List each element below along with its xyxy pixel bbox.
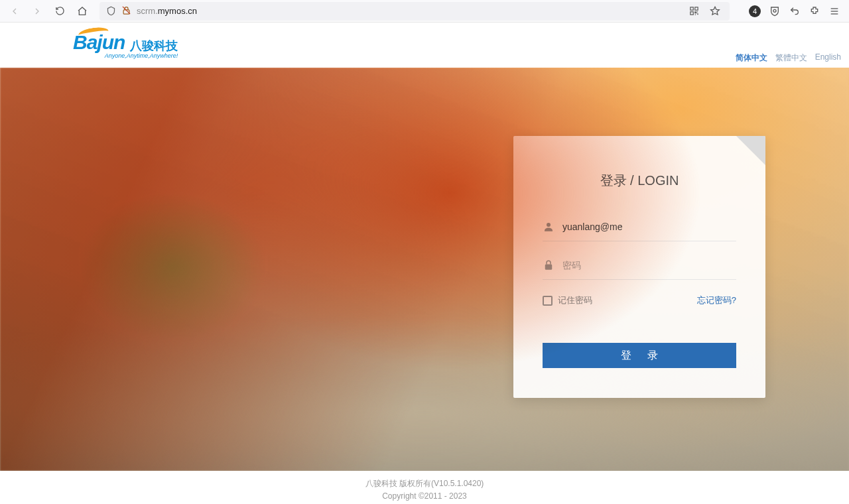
language-bar: 简体中文 繁體中文 English bbox=[736, 52, 841, 64]
lock-strikethrough-icon bbox=[121, 5, 131, 17]
svg-rect-4 bbox=[690, 12, 692, 15]
svg-rect-3 bbox=[694, 7, 697, 10]
forward-button[interactable] bbox=[28, 2, 46, 21]
address-bar[interactable]: scrm.mymos.cn bbox=[99, 2, 730, 21]
back-arrow-icon[interactable] bbox=[785, 2, 804, 21]
lang-zh-simplified[interactable]: 简体中文 bbox=[736, 52, 767, 64]
svg-point-9 bbox=[547, 223, 551, 227]
logo[interactable]: Bajun 八骏科技 Anyone,Anytime,Anywhere! bbox=[73, 31, 178, 59]
lang-english[interactable]: English bbox=[815, 52, 841, 64]
password-field[interactable] bbox=[543, 251, 736, 280]
checkbox-icon bbox=[543, 296, 553, 306]
home-button[interactable] bbox=[73, 2, 92, 21]
ublock-icon[interactable] bbox=[765, 2, 784, 21]
lang-zh-traditional[interactable]: 繁體中文 bbox=[775, 52, 807, 64]
qr-code-icon bbox=[736, 136, 765, 165]
logo-main-text: Bajun bbox=[73, 31, 125, 54]
back-button[interactable] bbox=[5, 2, 24, 21]
footer-copyright-line1: 八骏科技 版权所有(V10.5.1.0420) bbox=[0, 477, 849, 490]
svg-rect-2 bbox=[690, 7, 692, 10]
qr-icon[interactable] bbox=[686, 3, 702, 19]
hero-background: 登录 / LOGIN 记住密码 忘记密码? 登 录 bbox=[0, 68, 849, 471]
logo-cn-text: 八骏科技 bbox=[130, 38, 178, 54]
forgot-password-link[interactable]: 忘记密码? bbox=[697, 294, 736, 306]
lock-icon bbox=[543, 259, 555, 271]
user-icon bbox=[543, 221, 555, 233]
notifications-button[interactable]: 4 bbox=[746, 2, 764, 21]
shield-icon bbox=[106, 6, 116, 16]
browser-toolbar: scrm.mymos.cn 4 bbox=[0, 0, 849, 23]
remember-password-checkbox[interactable]: 记住密码 bbox=[543, 294, 592, 306]
reload-button[interactable] bbox=[50, 2, 69, 21]
remember-label: 记住密码 bbox=[558, 294, 592, 306]
login-title: 登录 / LOGIN bbox=[543, 172, 736, 190]
page-footer: 八骏科技 版权所有(V10.5.1.0420) Copyright ©2011 … bbox=[0, 471, 849, 503]
url-text: scrm.mymos.cn bbox=[137, 6, 197, 16]
notification-count: 4 bbox=[749, 5, 761, 17]
username-field[interactable] bbox=[543, 212, 736, 241]
page-header: Bajun 八骏科技 Anyone,Anytime,Anywhere! 简体中文… bbox=[0, 23, 849, 68]
password-input[interactable] bbox=[562, 260, 736, 271]
svg-rect-10 bbox=[545, 264, 553, 269]
footer-copyright-line2: Copyright ©2011 - 2023 bbox=[0, 490, 849, 503]
login-button[interactable]: 登 录 bbox=[543, 343, 736, 368]
username-input[interactable] bbox=[562, 221, 736, 232]
svg-point-5 bbox=[773, 9, 776, 12]
extensions-icon[interactable] bbox=[805, 2, 824, 21]
hamburger-menu-icon[interactable] bbox=[825, 2, 844, 21]
bookmark-star-icon[interactable] bbox=[707, 3, 723, 19]
qr-login-toggle[interactable] bbox=[736, 136, 765, 165]
login-card: 登录 / LOGIN 记住密码 忘记密码? 登 录 bbox=[513, 136, 765, 398]
